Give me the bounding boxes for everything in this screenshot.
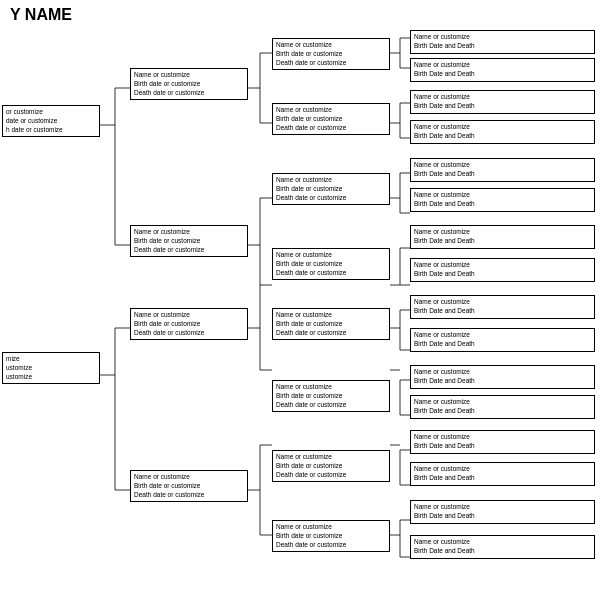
box-l2e-line2: Birth date or customize [276,320,386,329]
box-l2d-line3: Death date or customize [276,269,386,278]
box-l3f-line1: Name or customize [414,191,591,200]
box-l3h-line1: Name or customize [414,261,591,270]
box-l3m: Name or customize Birth Date and Death [410,430,595,454]
box-l3d-line1: Name or customize [414,123,591,132]
box-l2h-line2: Birth date or customize [276,532,386,541]
box-l3g-line1: Name or customize [414,228,591,237]
box-l1b-line1: Name or customize [134,228,244,237]
box-l0a: or customize date or customize h date or… [2,105,100,137]
box-l2e: Name or customize Birth date or customiz… [272,308,390,340]
box-l2g: Name or customize Birth date or customiz… [272,450,390,482]
box-l2f-line1: Name or customize [276,383,386,392]
box-l3l-line1: Name or customize [414,398,591,407]
box-l1c-line2: Birth date or customize [134,320,244,329]
box-l1a: Name or customize Birth date or customiz… [130,68,248,100]
box-l2f-line2: Birth date or customize [276,392,386,401]
box-l2b: Name or customize Birth date or customiz… [272,103,390,135]
box-l2g-line3: Death date or customize [276,471,386,480]
box-l3n-line1: Name or customize [414,465,591,474]
box-l3g: Name or customize Birth Date and Death [410,225,595,249]
box-l3e-line2: Birth Date and Death [414,170,591,179]
box-l1c-line3: Death date or customize [134,329,244,338]
box-l3a-line1: Name or customize [414,33,591,42]
box-l1b-line2: Birth date or customize [134,237,244,246]
box-l3a: Name or customize Birth Date and Death [410,30,595,54]
box-l1b-line3: Death date or customize [134,246,244,255]
box-l2a: Name or customize Birth date or customiz… [272,38,390,70]
box-l2a-line3: Death date or customize [276,59,386,68]
box-l3j-line2: Birth Date and Death [414,340,591,349]
box-l3k-line2: Birth Date and Death [414,377,591,386]
box-l3h-line2: Birth Date and Death [414,270,591,279]
box-l2h-line1: Name or customize [276,523,386,532]
box-l3j: Name or customize Birth Date and Death [410,328,595,352]
box-l2b-line2: Birth date or customize [276,115,386,124]
box-l1d-line2: Birth date or customize [134,482,244,491]
box-l0a-line2: date or customize [6,117,96,126]
box-l2g-line2: Birth date or customize [276,462,386,471]
box-l3m-line2: Birth Date and Death [414,442,591,451]
box-l2d-line2: Birth date or customize [276,260,386,269]
box-l0a-line1: or customize [6,108,96,117]
box-l2g-line1: Name or customize [276,453,386,462]
box-l3i-line1: Name or customize [414,298,591,307]
box-l3m-line1: Name or customize [414,433,591,442]
page-title: Y NAME [10,6,72,24]
box-l3e-line1: Name or customize [414,161,591,170]
box-l3a-line2: Birth Date and Death [414,42,591,51]
box-l2d-line1: Name or customize [276,251,386,260]
box-l3b: Name or customize Birth Date and Death [410,58,595,82]
box-l3c-line2: Birth Date and Death [414,102,591,111]
box-l3i-line2: Birth Date and Death [414,307,591,316]
box-l3c: Name or customize Birth Date and Death [410,90,595,114]
box-l3n-line2: Birth Date and Death [414,474,591,483]
box-l2e-line3: Death date or customize [276,329,386,338]
box-l3k-line1: Name or customize [414,368,591,377]
box-l1d: Name or customize Birth date or customiz… [130,470,248,502]
box-l1c: Name or customize Birth date or customiz… [130,308,248,340]
box-l3k: Name or customize Birth Date and Death [410,365,595,389]
box-l3b-line2: Birth Date and Death [414,70,591,79]
box-l3e: Name or customize Birth Date and Death [410,158,595,182]
box-l2f-line3: Death date or customize [276,401,386,410]
box-l3f-line2: Birth Date and Death [414,200,591,209]
box-l3b-line1: Name or customize [414,61,591,70]
box-l2c-line1: Name or customize [276,176,386,185]
box-l3o: Name or customize Birth Date and Death [410,500,595,524]
box-l1d-line3: Death date or customize [134,491,244,500]
box-l2h-line3: Death date or customize [276,541,386,550]
box-l2d: Name or customize Birth date or customiz… [272,248,390,280]
box-l2c-line2: Birth date or customize [276,185,386,194]
box-l2b-line1: Name or customize [276,106,386,115]
box-l1d-line1: Name or customize [134,473,244,482]
box-l1a-line1: Name or customize [134,71,244,80]
box-l0b: mize ustomize ustomize [2,352,100,384]
box-l0b-line3: ustomize [6,373,96,382]
box-l0b-line2: ustomize [6,364,96,373]
page: Y NAME [0,0,600,600]
box-l3i: Name or customize Birth Date and Death [410,295,595,319]
box-l3n: Name or customize Birth Date and Death [410,462,595,486]
box-l3g-line2: Birth Date and Death [414,237,591,246]
box-l3p-line1: Name or customize [414,538,591,547]
box-l2h: Name or customize Birth date or customiz… [272,520,390,552]
box-l2e-line1: Name or customize [276,311,386,320]
box-l3l: Name or customize Birth Date and Death [410,395,595,419]
box-l2b-line3: Death date or customize [276,124,386,133]
box-l3c-line1: Name or customize [414,93,591,102]
box-l3l-line2: Birth Date and Death [414,407,591,416]
box-l3p-line2: Birth Date and Death [414,547,591,556]
box-l3d-line2: Birth Date and Death [414,132,591,141]
box-l3o-line1: Name or customize [414,503,591,512]
box-l2a-line2: Birth date or customize [276,50,386,59]
tree-container: or customize date or customize h date or… [0,30,600,595]
box-l1a-line2: Birth date or customize [134,80,244,89]
box-l3j-line1: Name or customize [414,331,591,340]
box-l2a-line1: Name or customize [276,41,386,50]
box-l2c-line3: Death date or customize [276,194,386,203]
box-l3h: Name or customize Birth Date and Death [410,258,595,282]
box-l2c: Name or customize Birth date or customiz… [272,173,390,205]
box-l2f: Name or customize Birth date or customiz… [272,380,390,412]
box-l0b-line1: mize [6,355,96,364]
box-l1c-line1: Name or customize [134,311,244,320]
